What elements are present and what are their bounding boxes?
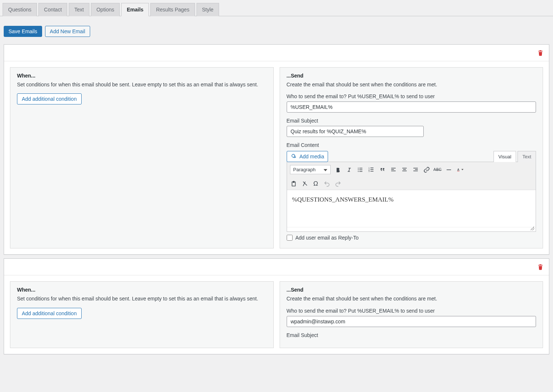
to-label: Who to send the email to? Put %USER_EMAI… xyxy=(287,308,536,314)
to-input[interactable] xyxy=(287,316,536,327)
svg-rect-8 xyxy=(370,168,373,168)
tab-style[interactable]: Style xyxy=(197,3,219,16)
tab-emails[interactable]: Emails xyxy=(121,3,149,16)
svg-rect-20 xyxy=(415,169,418,170)
tab-contact[interactable]: Contact xyxy=(38,3,67,16)
subject-label: Email Subject xyxy=(287,118,536,124)
svg-rect-21 xyxy=(413,171,418,171)
link-button[interactable] xyxy=(423,166,430,173)
svg-rect-17 xyxy=(403,169,406,170)
align-center-button[interactable] xyxy=(401,166,408,173)
svg-point-0 xyxy=(292,154,295,157)
add-new-email-button[interactable]: Add New Email xyxy=(45,26,90,37)
svg-rect-6 xyxy=(359,171,362,172)
svg-rect-4 xyxy=(359,169,362,170)
tab-results-pages[interactable]: Results Pages xyxy=(150,3,195,16)
undo-button[interactable] xyxy=(323,180,331,188)
bullet-list-button[interactable] xyxy=(356,166,364,173)
clear-format-button[interactable] xyxy=(301,180,308,188)
svg-text:3: 3 xyxy=(368,170,369,172)
align-right-button[interactable] xyxy=(412,166,419,173)
when-description: Set conditions for when this email shoul… xyxy=(17,81,267,88)
when-panel: When... Set conditions for when this ema… xyxy=(10,67,274,248)
svg-rect-10 xyxy=(370,169,373,170)
strikethrough-button[interactable]: ABC xyxy=(434,166,441,173)
chevron-down-icon xyxy=(324,167,327,172)
reply-to-checkbox[interactable] xyxy=(287,235,293,241)
tab-options[interactable]: Options xyxy=(91,3,120,16)
subject-label: Email Subject xyxy=(287,332,536,338)
svg-rect-15 xyxy=(391,171,396,171)
svg-point-5 xyxy=(358,171,358,172)
svg-rect-22 xyxy=(447,169,451,170)
svg-rect-16 xyxy=(402,168,407,169)
editor-toolbar: Paragraph 123 xyxy=(287,162,536,190)
add-media-label: Add media xyxy=(300,154,324,159)
editor-tab-visual[interactable]: Visual xyxy=(494,151,516,162)
svg-rect-14 xyxy=(391,169,394,170)
send-title: ...Send xyxy=(287,73,536,79)
bold-button[interactable] xyxy=(334,166,342,173)
svg-point-3 xyxy=(358,169,358,170)
trash-icon[interactable] xyxy=(537,263,544,271)
to-input[interactable] xyxy=(287,102,536,113)
svg-point-1 xyxy=(358,168,358,168)
svg-rect-2 xyxy=(359,168,362,169)
special-char-button[interactable]: Ω xyxy=(312,180,320,188)
when-description: Set conditions for when this email shoul… xyxy=(17,295,267,302)
svg-rect-12 xyxy=(370,171,373,172)
email-card: When... Set conditions for when this ema… xyxy=(4,44,549,255)
reply-to-label: Add user email as Reply-To xyxy=(296,235,359,241)
editor: Paragraph 123 xyxy=(287,162,536,232)
send-description: Create the email that should be sent whe… xyxy=(287,295,536,302)
save-emails-button[interactable]: Save Emails xyxy=(4,26,42,37)
editor-resize-handle[interactable] xyxy=(287,227,536,231)
send-description: Create the email that should be sent whe… xyxy=(287,81,536,88)
send-title: ...Send xyxy=(287,287,536,293)
email-card: When... Set conditions for when this ema… xyxy=(4,258,549,354)
when-title: When... xyxy=(17,73,267,79)
text-color-button[interactable] xyxy=(456,166,464,173)
svg-rect-18 xyxy=(402,171,407,171)
add-condition-button[interactable]: Add additional condition xyxy=(17,93,82,104)
italic-button[interactable] xyxy=(345,166,353,173)
send-panel: ...Send Create the email that should be … xyxy=(280,67,543,248)
content-label: Email Content xyxy=(287,142,536,148)
tab-text[interactable]: Text xyxy=(69,3,89,16)
media-icon xyxy=(291,154,297,159)
trash-icon[interactable] xyxy=(537,49,544,56)
when-panel: When... Set conditions for when this ema… xyxy=(10,281,274,348)
add-media-button[interactable]: Add media xyxy=(287,151,328,162)
format-select[interactable]: Paragraph xyxy=(290,165,331,174)
svg-rect-13 xyxy=(391,168,396,169)
align-left-button[interactable] xyxy=(390,166,397,173)
editor-tab-text[interactable]: Text xyxy=(518,151,536,162)
redo-button[interactable] xyxy=(334,180,342,188)
tab-questions[interactable]: Questions xyxy=(3,3,37,16)
svg-rect-19 xyxy=(413,168,418,169)
blockquote-button[interactable] xyxy=(379,166,386,173)
action-buttons: Save Emails Add New Email xyxy=(0,16,553,41)
svg-rect-23 xyxy=(457,171,459,171)
add-condition-button[interactable]: Add additional condition xyxy=(17,308,82,319)
to-label: Who to send the email to? Put %USER_EMAI… xyxy=(287,93,536,99)
paste-button[interactable] xyxy=(290,180,297,188)
when-title: When... xyxy=(17,287,267,293)
editor-content[interactable]: %QUESTIONS_ANSWERS_EMAIL% xyxy=(287,190,536,227)
main-tabs: Questions Contact Text Options Emails Re… xyxy=(0,0,553,16)
horizontal-rule-button[interactable] xyxy=(445,166,453,173)
send-panel: ...Send Create the email that should be … xyxy=(280,281,543,348)
subject-input[interactable] xyxy=(287,126,424,137)
number-list-button[interactable]: 123 xyxy=(368,166,375,173)
